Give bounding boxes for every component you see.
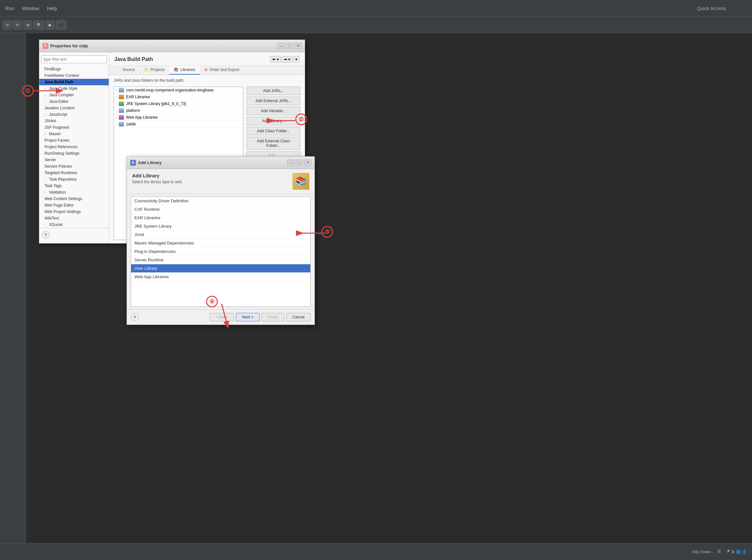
add-class-folder-button[interactable]: Add Class Folder... [247, 127, 300, 135]
properties-icon: P [42, 43, 49, 49]
tree-item-findbugs[interactable]: FindBugs [39, 66, 109, 72]
add-lib-subtitle: Select the library type to add. [132, 180, 182, 184]
jar-label-4: Web App Libraries [126, 115, 158, 120]
ide-area: P Properties for cidp — □ ✕ FindBugs Fre… [0, 33, 752, 560]
tab-source[interactable]: 📄 Source [112, 65, 139, 75]
tree-item-java-code-style[interactable]: ›Java Code Style [39, 85, 109, 92]
tree-item-web-content[interactable]: Web Content Settings [39, 196, 109, 202]
toolbar-btn-2[interactable]: ⟳ [13, 20, 22, 29]
tab-libraries[interactable]: 📚 Libraries [169, 65, 199, 75]
tree-item-server[interactable]: Server [39, 157, 109, 163]
tree-item-validation[interactable]: ›Validation [39, 189, 109, 196]
tree-item-java-compiler[interactable]: ›Java Compiler [39, 92, 109, 98]
add-lib-help-button[interactable]: ? [131, 313, 139, 321]
menu-run[interactable]: Run [5, 5, 14, 11]
web-icon-4 [119, 115, 124, 120]
add-lib-header: Add Library Select the library type to a… [127, 169, 314, 194]
tree-item-task-repository[interactable]: ›Task Repository [39, 176, 109, 183]
tab-order-export[interactable]: ⚙ Order and Export [199, 65, 244, 75]
jar-icon-3 [119, 108, 124, 113]
jar-item-3[interactable]: › platform [114, 107, 243, 114]
tree-item-java-build-path[interactable]: Java Build Path [39, 79, 109, 85]
tree-item-web-page-editor[interactable]: Web Page Editor [39, 202, 109, 208]
next-button[interactable]: Next > [236, 313, 259, 321]
properties-titlebar: P Properties for cidp — □ ✕ [39, 40, 305, 52]
nav-forward-button[interactable]: ➡ ▾ [282, 56, 292, 63]
minimize-button[interactable]: — [277, 43, 285, 49]
finish-button[interactable]: Finish [262, 313, 284, 321]
library-list[interactable]: Connectivity Driver Definition CXF Runti… [131, 197, 311, 307]
add-jars-button[interactable]: Add JARs... [247, 86, 300, 95]
toolbar-btn-6[interactable]: ⬛ [56, 20, 66, 29]
sidebar-footer: ? [39, 228, 109, 241]
status-right: http://www... 英 🎤 🖥 🌐 👤 [692, 549, 747, 555]
lib-connectivity[interactable]: Connectivity Driver Definition [131, 197, 310, 205]
filter-input[interactable] [41, 56, 107, 63]
add-library-dialog: A Add Library — □ ✕ Add Library Select t… [127, 156, 315, 325]
toolbar-btn-3[interactable]: ⊕ [23, 20, 33, 29]
jar-item-2[interactable]: › JRE System Library [jdk1_8_0_73] [114, 101, 243, 107]
content-header: Java Build Path ⬅ ▾ ➡ ▾ ▾ [109, 52, 305, 65]
help-button[interactable]: ? [42, 231, 50, 239]
tree-item-web-project[interactable]: Web Project Settings [39, 208, 109, 215]
props-sidebar: FindBugs FreeMarker Context Java Build P… [39, 52, 109, 243]
add-lib-close[interactable]: ✕ [304, 160, 311, 166]
lib-jre[interactable]: JRE System Library [131, 222, 310, 231]
lib-junit[interactable]: JUnit [131, 231, 310, 239]
add-lib-controls: — □ ✕ [287, 160, 311, 166]
toolbar-btn-5[interactable]: ▶ [46, 20, 55, 29]
add-external-class-folder-button[interactable]: Add External Class Folder... [247, 137, 300, 150]
tab-projects[interactable]: 📁 Projects [139, 65, 169, 75]
footer-help: ? [131, 313, 139, 321]
jar-icon-5 [119, 122, 124, 126]
maximize-button[interactable]: □ [286, 43, 293, 49]
dialog-controls: — □ ✕ [277, 43, 302, 49]
jar-label-0: com.meritit.mup.component.organization-k… [126, 88, 214, 93]
tree-item-javadoc[interactable]: Javadoc Location [39, 105, 109, 111]
lib-maven[interactable]: Maven Managed Dependencies [131, 239, 310, 247]
status-icons: 🎤 🖥 🌐 👤 [725, 549, 747, 554]
add-library-button[interactable]: Add Library... [247, 117, 300, 125]
tree-item-wikitext[interactable]: WikiText [39, 215, 109, 221]
back-button[interactable]: < Back [210, 313, 234, 321]
toolbar-btn-4[interactable]: 🔍 [34, 20, 44, 29]
tree-item-java-editor[interactable]: ›Java Editor [39, 98, 109, 105]
close-button[interactable]: ✕ [294, 43, 302, 49]
add-external-jars-button[interactable]: Add External JARs... [247, 97, 300, 105]
left-strip [0, 33, 26, 560]
nav-menu-button[interactable]: ▾ [293, 56, 300, 63]
jar-item-4[interactable]: › Web App Libraries [114, 114, 243, 121]
tree-item-targeted-runtimes[interactable]: Targeted Runtimes [39, 169, 109, 176]
add-lib-maximize[interactable]: □ [296, 160, 303, 166]
tree-item-project-facets[interactable]: Project Facets [39, 137, 109, 144]
lib-user-library[interactable]: User Library [131, 264, 310, 273]
tree-item-run-debug[interactable]: Run/Debug Settings [39, 150, 109, 157]
add-lib-minimize[interactable]: — [287, 160, 294, 166]
jar-item-5[interactable]: › zsklib [114, 121, 243, 128]
add-lib-main-title: Add Library [132, 173, 182, 178]
menu-help[interactable]: Help [47, 5, 57, 11]
add-variable-button[interactable]: Add Variable... [247, 107, 300, 115]
tree-item-jshint[interactable]: JSHint [39, 118, 109, 124]
tree-item-maven[interactable]: ›Maven [39, 131, 109, 137]
lib-web-app[interactable]: Web App Libraries [131, 273, 310, 281]
lib-ear[interactable]: EAR Libraries [131, 214, 310, 222]
source-icon: 📄 [116, 67, 121, 72]
menu-window[interactable]: Window [22, 5, 39, 11]
tree-item-task-tags[interactable]: Task Tags [39, 183, 109, 189]
toolbar-btn-1[interactable]: ⟲ [3, 20, 12, 29]
lib-cxf[interactable]: CXF Runtime [131, 205, 310, 214]
nav-back-button[interactable]: ⬅ ▾ [270, 56, 281, 63]
lib-server-runtime[interactable]: Server Runtime [131, 256, 310, 264]
tree-item-jsp[interactable]: JSP Fragment [39, 124, 109, 131]
tree-item-project-references[interactable]: Project References [39, 144, 109, 150]
tree-item-service-policies[interactable]: Service Policies [39, 163, 109, 169]
add-lib-titles: Add Library Select the library type to a… [132, 173, 182, 184]
tree-item-freemarker[interactable]: FreeMarker Context [39, 72, 109, 79]
jar-item-0[interactable]: › com.meritit.mup.component.organization… [114, 87, 243, 94]
cancel-button[interactable]: Cancel [286, 313, 311, 321]
tree-item-xdoclet[interactable]: ›XDoclet [39, 221, 109, 228]
jar-item-1[interactable]: › EAR Libraries [114, 94, 243, 101]
tree-item-javascript[interactable]: ›JavaScript [39, 111, 109, 118]
lib-plugin[interactable]: Plug-in Dependencies [131, 247, 310, 256]
